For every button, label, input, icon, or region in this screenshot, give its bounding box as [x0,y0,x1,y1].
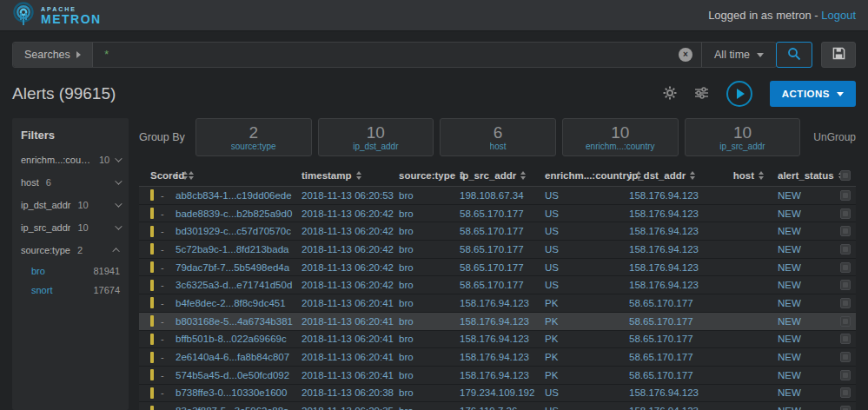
cell-timestamp: 2018-11-13 06:20:42 [301,244,399,255]
row-checkbox[interactable] [840,208,851,219]
cell-id: b738ffe3-0...10330e1600 [176,387,301,398]
cell-id: ab8cb834-1...c19dd06ede [176,190,301,201]
table-row[interactable]: - b4fe8dec-2...8f8c9dc451 2018-11-13 06:… [139,294,856,313]
row-checkbox[interactable] [840,406,851,410]
row-checkbox[interactable] [840,352,851,362]
time-range-dropdown[interactable]: All time [701,43,776,67]
group-count: 10 [611,123,629,142]
search-query-input[interactable]: * [93,43,679,67]
cell-ip-src-addr: 198.108.67.34 [460,190,545,201]
chevron-down-icon [757,53,764,57]
clear-search-icon[interactable]: × [679,48,692,62]
table-row[interactable]: - b803168e-5...4a6734b381 2018-11-13 06:… [139,313,856,331]
table-row[interactable]: - bade8839-c...b2b825a9d0 2018-11-13 06:… [139,205,856,223]
cell-score: - [161,370,164,380]
settings-button[interactable] [663,86,677,102]
score-severity-bar [150,226,154,237]
cell-ip-src-addr: 58.65.170.177 [460,226,545,236]
row-checkbox[interactable] [840,370,851,380]
play-icon [737,89,745,99]
filter-facet[interactable]: enrichm...:country 10 [21,149,120,171]
search-button[interactable] [776,42,812,68]
table-row[interactable]: - 5c72ba9c-1...8fd213bada 2018-11-13 06:… [139,241,856,259]
row-checkbox[interactable] [840,316,851,327]
cell-source-type: bro [399,298,460,308]
facet-value-count: 17674 [93,285,120,295]
score-severity-bar [150,297,154,308]
logout-link[interactable]: Logout [821,9,856,22]
ungroup-button[interactable]: UnGroup [813,131,856,143]
filter-facet[interactable]: source:type 2 [21,239,120,261]
column-header-source-type[interactable]: source:type [399,170,460,181]
group-by-bar: Group By 2 source:type 10 ip_dst_addr 6 … [139,118,856,156]
chevron-down-icon[interactable] [115,222,122,229]
select-all-checkbox[interactable] [840,170,851,181]
column-header-ip-src-addr[interactable]: ip_src_addr [460,170,545,181]
cell-country: PK [545,298,629,308]
cell-alert-status: NEW [764,280,825,290]
cell-timestamp: 2018-11-13 06:20:35 [301,406,399,410]
cell-ip-dst-addr: 158.176.94.123 [629,387,716,398]
cell-ip-src-addr: 58.65.170.177 [460,262,545,273]
cell-alert-status: NEW [764,352,825,362]
row-checkbox[interactable] [840,226,851,236]
column-header-id[interactable]: id [176,170,301,181]
cell-score: - [161,208,164,219]
column-header-alert-status[interactable]: alert_status [764,170,825,181]
chevron-down-icon[interactable] [115,177,122,184]
table-row[interactable]: - bd301929-c...c57d70570c 2018-11-13 06:… [139,222,856,241]
save-search-button[interactable] [821,42,856,68]
actions-button-label: ACTIONS [782,89,830,99]
cell-ip-src-addr: 58.65.170.177 [460,280,545,290]
filter-facet-value[interactable]: snort 17674 [21,281,120,300]
column-settings-button[interactable] [694,86,709,102]
group-by-card[interactable]: 10 ip_src_addr [685,118,801,156]
table-row[interactable]: - bffb501b-8...022a69669c 2018-11-13 06:… [139,331,856,349]
group-by-card[interactable]: 10 ip_dst_addr [318,118,434,156]
cell-country: US [545,406,629,410]
filter-facet[interactable]: ip_dst_addr 10 [21,194,120,216]
column-header-timestamp[interactable]: timestamp [301,170,399,181]
searches-button[interactable]: Searches [13,43,93,67]
cell-country: US [545,190,629,201]
table-row[interactable]: - ab8cb834-1...c19dd06ede 2018-11-13 06:… [139,187,856,205]
filter-facet[interactable]: host 6 [21,171,120,194]
column-header-score[interactable]: Score [139,170,176,181]
chevron-down-icon[interactable] [115,200,122,207]
score-severity-bar [150,315,154,327]
actions-button[interactable]: ACTIONS [770,81,856,107]
row-checkbox[interactable] [840,298,851,308]
cell-country: PK [545,352,629,362]
cell-source-type: bro [399,226,460,236]
group-by-card[interactable]: 6 host [440,118,556,156]
row-checkbox[interactable] [840,190,851,201]
apache-metron-logo[interactable]: APACHE METRON [12,2,102,30]
cell-id: 2e6140a4-6...fa8b84c807 [176,352,301,362]
table-row[interactable]: - 3c6325a3-d...e71741d50d 2018-11-13 06:… [139,276,856,294]
row-checkbox[interactable] [840,262,851,273]
filter-field-name: enrichm...:country [21,155,92,165]
table-row[interactable]: - 574b5a45-d...0e50fcd092 2018-11-13 06:… [139,367,856,385]
cell-timestamp: 2018-11-13 06:20:41 [301,352,399,362]
column-header-host[interactable]: host [716,170,764,181]
row-checkbox[interactable] [840,334,851,344]
group-by-card[interactable]: 2 source:type [195,118,312,156]
filter-facet[interactable]: ip_src_addr 10 [21,216,120,239]
cell-ip-dst-addr: 158.176.94.123 [629,262,716,273]
filter-facet-value[interactable]: bro 81941 [21,261,120,281]
row-checkbox[interactable] [840,387,851,398]
table-row[interactable]: - 83e3f887-5...3c5962c88a 2018-11-13 06:… [139,402,856,410]
row-checkbox[interactable] [840,244,851,255]
table-row[interactable]: - 2e6140a4-6...fa8b84c807 2018-11-13 06:… [139,348,856,367]
row-checkbox[interactable] [840,280,851,290]
cell-ip-dst-addr: 58.65.170.177 [629,370,716,380]
table-row[interactable]: - 79dac7bf-7...5b5498ed4a 2018-11-13 06:… [139,259,856,277]
cell-ip-dst-addr: 58.65.170.177 [629,334,716,344]
auto-refresh-play-button[interactable] [726,81,752,107]
chevron-up-icon[interactable] [112,248,119,255]
group-by-card[interactable]: 10 enrichm...:country [562,118,679,156]
table-row[interactable]: - b738ffe3-0...10330e1600 2018-11-13 06:… [139,385,856,403]
column-header-enrichments-country[interactable]: enrichm...:country [545,170,629,181]
column-header-ip-dst-addr[interactable]: ip_dst_addr [629,170,716,181]
chevron-down-icon[interactable] [115,155,122,162]
